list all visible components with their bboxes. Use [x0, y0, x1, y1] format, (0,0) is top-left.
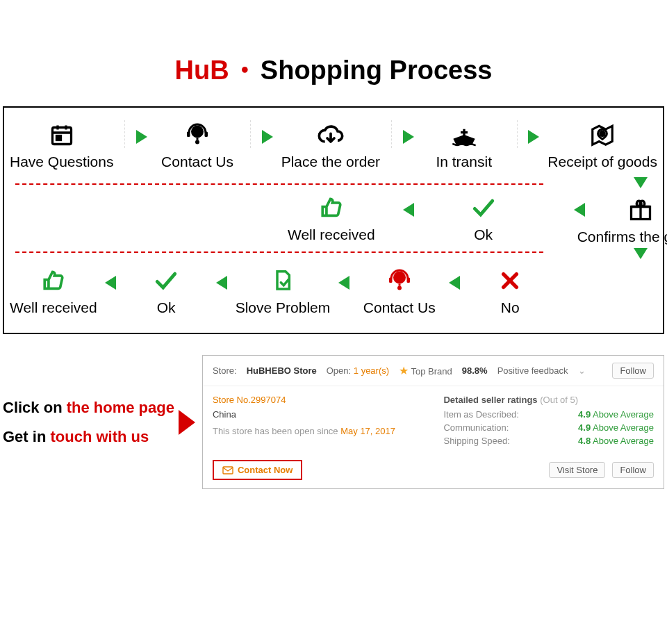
rating-score: 4.9 [578, 422, 591, 433]
step-label: Contact Us [161, 154, 233, 170]
flow-row-3: Well received Ok Slove Problem [10, 266, 657, 316]
title-brand: HuB [175, 56, 229, 85]
step-label: Slove Problem [236, 299, 331, 316]
store-header: Store: HuBHEBO Store Open: 1 year(s) ★ T… [203, 356, 664, 386]
step-label: Have Questions [10, 154, 113, 170]
rating-row: Shipping Speed:4.8 Above Average [443, 436, 654, 446]
store-card: Store: HuBHEBO Store Open: 1 year(s) ★ T… [202, 355, 664, 489]
step-label: Confirms the goods [577, 229, 667, 245]
step-well-received-bot: Well received [10, 266, 97, 316]
divider [517, 120, 518, 148]
svg-rect-1 [56, 136, 60, 140]
rating-note: Above Average [593, 409, 654, 420]
step-label: Contact Us [363, 299, 436, 316]
gift-icon [628, 195, 653, 224]
step-ok-mid: Ok [442, 193, 525, 243]
flow-middle: Well received Ok [10, 170, 657, 266]
svg-rect-10 [406, 278, 410, 283]
svg-point-2 [191, 126, 204, 138]
visit-store-button[interactable]: Visit Store [549, 462, 605, 478]
svg-rect-12 [223, 467, 233, 474]
shopping-process-flow: Have Questions Contact Us Place the orde… [3, 106, 664, 334]
rating-row: Communication:4.9 Above Average [443, 422, 654, 433]
arrow-right-icon [528, 130, 539, 144]
step-contact-us: Contact Us [156, 120, 239, 170]
svg-rect-3 [187, 132, 190, 138]
cloud-download-icon [317, 120, 345, 149]
instruction-section: Click on the home page Get in touch with… [0, 355, 667, 489]
step-label: Place the order [281, 154, 380, 170]
arrow-down-icon [634, 177, 648, 188]
divider [250, 120, 251, 148]
star-icon: ★ [399, 365, 409, 377]
contact-now-button[interactable]: Contact Now [213, 460, 302, 480]
rating-note: Above Average [593, 422, 654, 433]
rating-label: Item as Described: [443, 409, 518, 420]
flow-row-2: Well received Ok [10, 193, 585, 243]
step-label: Ok [157, 299, 176, 316]
store-country: China [213, 409, 423, 420]
confirm-column: Confirms the goods [585, 170, 667, 266]
divider [391, 120, 392, 148]
headset-icon [185, 120, 210, 149]
instr-2a: Get in [3, 428, 50, 445]
step-label: Receipt of goods [547, 154, 657, 170]
chevron-down-icon[interactable]: ⌄ [578, 365, 586, 376]
step-no: No [468, 266, 552, 316]
arrow-right-icon [136, 130, 147, 144]
svg-point-6 [600, 131, 604, 135]
map-pin-icon [589, 120, 616, 149]
rating-score: 4.9 [578, 409, 591, 420]
store-no: Store No.2997074 [213, 395, 423, 405]
divider [124, 120, 125, 148]
flow-row-1: Have Questions Contact Us Place the orde… [10, 120, 657, 170]
title-rest: Shopping Process [261, 56, 493, 85]
open-label: Open: [327, 365, 351, 376]
step-label: In transit [436, 154, 492, 170]
rating-note: Above Average [593, 436, 654, 446]
step-in-transit: In transit [422, 120, 506, 170]
rating-score: 4.8 [578, 436, 591, 446]
thumbs-up-icon [320, 193, 343, 222]
dashed-divider [15, 251, 543, 253]
dashed-divider [15, 183, 543, 185]
arrow-down-icon [634, 248, 648, 259]
ratings-sub: (Out of 5) [540, 395, 578, 405]
x-icon [499, 266, 521, 295]
title-dot: ● [240, 61, 249, 77]
arrow-right-icon [262, 130, 273, 144]
rating-row: Item as Described:4.9 Above Average [443, 409, 654, 420]
step-contact-us-bot: Contact Us [358, 266, 441, 316]
follow-button[interactable]: Follow [612, 363, 654, 379]
arrow-right-icon [403, 130, 414, 144]
step-label: Well received [288, 226, 375, 243]
top-brand: Top Brand [411, 366, 452, 377]
ship-icon [450, 120, 478, 149]
since-pre: This store has been open since [213, 426, 340, 436]
headset-icon [387, 266, 412, 295]
thumbs-up-icon [42, 266, 65, 295]
step-place-order: Place the order [281, 120, 380, 170]
instr-1b: the home page [67, 399, 174, 416]
store-label: Store: [213, 365, 237, 376]
arrow-left-icon [105, 276, 116, 290]
feedback-pct: 98.8% [462, 365, 488, 376]
arrow-left-icon [449, 276, 460, 290]
ratings-title: Detailed seller ratings [443, 395, 537, 405]
step-have-questions: Have Questions [10, 120, 113, 170]
svg-rect-9 [389, 278, 393, 283]
store-info-col: Store No.2997074 China This store has be… [213, 395, 423, 449]
arrow-left-icon [403, 203, 414, 217]
calendar-icon [49, 120, 74, 149]
since-date: May 17, 2017 [340, 426, 395, 436]
step-confirms-goods: Confirms the goods [577, 195, 667, 245]
svg-point-11 [397, 286, 402, 290]
page-title: HuB ● Shopping Process [0, 56, 667, 85]
follow-button-2[interactable]: Follow [612, 462, 654, 478]
store-footer: Contact Now Visit Store Follow [203, 454, 664, 488]
feedback-label: Positive feedback [497, 365, 568, 376]
store-name: HuBHEBO Store [247, 365, 317, 376]
ratings-col: Detailed seller ratings (Out of 5) Item … [443, 395, 654, 449]
svg-point-8 [393, 272, 406, 284]
rating-label: Shipping Speed: [443, 436, 509, 446]
